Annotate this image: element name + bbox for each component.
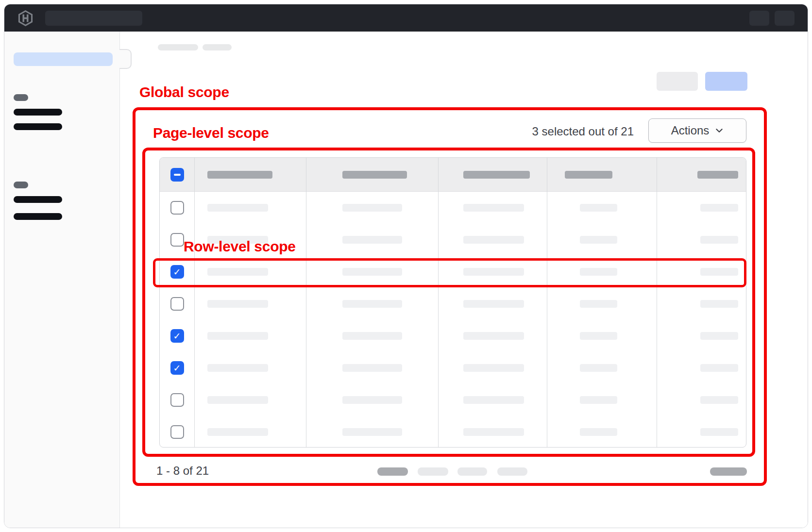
cell-placeholder-bar xyxy=(463,332,524,340)
table-cell xyxy=(657,352,746,384)
cell-placeholder-bar xyxy=(700,428,738,436)
select-column xyxy=(160,158,194,447)
cell-placeholder-bar xyxy=(580,300,617,308)
pagination-page-3[interactable] xyxy=(457,467,487,476)
cell-placeholder-bar xyxy=(580,332,617,340)
row-checkbox[interactable] xyxy=(170,233,184,247)
cell-placeholder-bar xyxy=(580,268,617,276)
header-placeholder-bar xyxy=(342,171,407,179)
secondary-button-placeholder[interactable] xyxy=(657,72,698,91)
table-cell xyxy=(547,416,657,448)
pagination-page-4[interactable] xyxy=(497,467,527,476)
cell-placeholder-bar xyxy=(700,396,738,404)
selection-count-text: 3 selected out of 21 xyxy=(532,125,634,138)
table-cell xyxy=(306,320,438,352)
actions-button-label: Actions xyxy=(671,124,710,137)
column-header[interactable] xyxy=(439,158,547,192)
cell-placeholder-bar xyxy=(463,268,524,276)
table-column-5 xyxy=(657,158,746,447)
sidebar-collapse-handle[interactable] xyxy=(119,49,132,69)
column-header[interactable] xyxy=(657,158,746,192)
data-table xyxy=(159,157,746,448)
cell-placeholder-bar xyxy=(700,364,738,372)
table-cell xyxy=(195,256,306,288)
cell-placeholder-bar xyxy=(207,364,268,372)
row-checkbox[interactable] xyxy=(170,265,184,279)
primary-button-placeholder[interactable] xyxy=(705,72,747,91)
table-cell xyxy=(657,192,746,224)
cell-placeholder-bar xyxy=(700,204,738,212)
page-scope-label: Page-level scope xyxy=(153,125,269,141)
cell-placeholder-bar xyxy=(580,204,617,212)
sidebar-nav xyxy=(4,32,120,528)
sidebar-item[interactable] xyxy=(14,196,62,203)
cell-placeholder-bar xyxy=(207,268,268,276)
cell-placeholder-bar xyxy=(207,428,268,436)
row-checkbox[interactable] xyxy=(170,361,184,375)
breadcrumb-placeholder xyxy=(158,44,198,50)
sidebar-item[interactable] xyxy=(14,123,62,130)
pagination-page-2[interactable] xyxy=(418,467,448,476)
table-cell xyxy=(439,320,547,352)
table-row-select-cell xyxy=(160,416,194,448)
select-all-cell xyxy=(160,158,194,192)
table-row-select-cell xyxy=(160,320,194,352)
top-nav-bar xyxy=(4,4,808,32)
table-cell xyxy=(547,256,657,288)
pagination-next-button[interactable] xyxy=(710,467,747,476)
column-header[interactable] xyxy=(195,158,306,192)
cell-placeholder-bar xyxy=(207,300,268,308)
sidebar-item[interactable] xyxy=(14,109,62,116)
table-cell xyxy=(439,256,547,288)
column-header[interactable] xyxy=(306,158,438,192)
table-cell xyxy=(439,288,547,320)
global-scope-label: Global scope xyxy=(139,84,229,100)
cell-placeholder-bar xyxy=(700,300,738,308)
sidebar-item[interactable] xyxy=(14,213,62,220)
cell-placeholder-bar xyxy=(342,364,402,372)
cell-placeholder-bar xyxy=(342,300,402,308)
row-checkbox[interactable] xyxy=(170,393,184,407)
cell-placeholder-bar xyxy=(580,396,617,404)
table-cell xyxy=(306,384,438,416)
table-cell xyxy=(195,192,306,224)
actions-dropdown-button[interactable]: Actions xyxy=(648,118,746,143)
header-placeholder-bar xyxy=(565,171,612,179)
table-row-select-cell xyxy=(160,288,194,320)
row-checkbox[interactable] xyxy=(170,201,184,215)
page-content: Global scope Page-level scope 3 selected… xyxy=(120,32,808,528)
pagination-page-1[interactable] xyxy=(377,467,408,476)
cell-placeholder-bar xyxy=(463,204,524,212)
table-column-3 xyxy=(438,158,547,447)
table-cell xyxy=(657,320,746,352)
cell-placeholder-bar xyxy=(342,268,402,276)
table-cell xyxy=(195,320,306,352)
topbar-help-button[interactable] xyxy=(749,11,769,26)
cell-placeholder-bar xyxy=(463,300,524,308)
table-cell xyxy=(439,416,547,448)
table-cell xyxy=(547,288,657,320)
cell-placeholder-bar xyxy=(207,204,268,212)
cell-placeholder-bar xyxy=(342,396,402,404)
cell-placeholder-bar xyxy=(700,268,738,276)
table-column-4 xyxy=(547,158,657,447)
row-checkbox[interactable] xyxy=(170,297,184,311)
sidebar-active-item[interactable] xyxy=(14,52,113,66)
cell-placeholder-bar xyxy=(342,332,402,340)
cell-placeholder-bar xyxy=(580,364,617,372)
select-all-checkbox[interactable] xyxy=(170,168,184,182)
cell-placeholder-bar xyxy=(700,332,738,340)
row-checkbox[interactable] xyxy=(170,329,184,343)
global-search-input[interactable] xyxy=(45,11,142,26)
table-cell xyxy=(306,192,438,224)
table-cell xyxy=(306,256,438,288)
table-cell xyxy=(439,192,547,224)
column-header[interactable] xyxy=(547,158,657,192)
row-checkbox[interactable] xyxy=(170,425,184,439)
topbar-user-button[interactable] xyxy=(775,11,795,26)
cell-placeholder-bar xyxy=(342,236,402,244)
cell-placeholder-bar xyxy=(342,204,402,212)
table-cell xyxy=(306,288,438,320)
header-placeholder-bar xyxy=(463,171,530,179)
cell-placeholder-bar xyxy=(207,396,268,404)
